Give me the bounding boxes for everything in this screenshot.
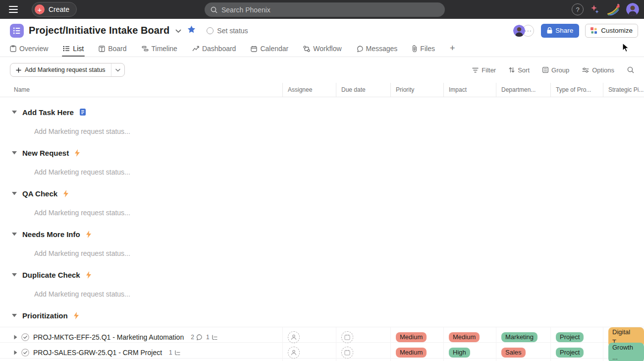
column-header-type[interactable]: Type of Pro... [550,83,603,97]
view-tabs: Overview List Board Timeline Dashboard C… [0,42,644,57]
hamburger-menu-icon[interactable] [0,0,20,19]
collaborator-avatar[interactable] [513,25,525,37]
task-name[interactable]: PROJ-SALES-GRW-25.Q1 - CRM Project [33,349,162,357]
disclosure-triangle-icon[interactable] [12,314,17,317]
disclosure-triangle-icon[interactable] [12,273,17,277]
section-duplicate-check: Duplicate Check Add Marketing request st… [0,267,644,302]
priority-badge[interactable]: Medium [396,332,427,342]
bolt-icon [73,312,79,319]
priority-badge[interactable]: Medium [396,348,427,358]
list-toolbar: Add Marketing request status Filter Sort… [0,57,644,83]
add-task-placeholder[interactable]: Add Marketing request status... [0,205,644,221]
search-input[interactable]: Search Phoenix [205,2,445,17]
section-header[interactable]: Needs More Info [0,226,644,242]
group-button[interactable]: Group [542,66,569,74]
check-circle-icon[interactable] [21,349,29,357]
column-header-impact[interactable]: Impact [443,83,496,97]
impact-badge[interactable]: High [449,348,470,358]
task-list: Add Task Here Add Marketing request stat… [0,97,644,359]
tab-files[interactable]: Files [412,42,435,55]
list-icon [63,46,70,52]
share-button[interactable]: Share [541,24,579,38]
type-badge[interactable]: Project [556,348,584,358]
disclosure-triangle-icon[interactable] [12,111,17,114]
due-date-cell[interactable] [336,343,390,361]
column-header-row: Name Assignee Due date Priority Impact D… [0,83,644,97]
disclosure-triangle-icon[interactable] [12,151,17,155]
section-qa-check: QA Check Add Marketing request status... [0,185,644,221]
type-cell[interactable]: Project [550,343,603,361]
add-status-dropdown[interactable] [111,63,124,76]
disclosure-triangle-icon[interactable] [12,233,17,236]
priority-cell[interactable]: Medium [390,343,443,361]
tab-calendar[interactable]: Calendar [251,42,288,55]
task-row[interactable]: PROJ-MKTG-EFF-25.Q1 - Marketing Automati… [0,327,644,343]
search-tasks-button[interactable] [627,66,634,73]
expand-caret-icon[interactable] [14,335,17,340]
subtask-icon [174,350,180,356]
options-button[interactable]: Options [582,66,614,74]
share-label: Share [555,27,573,34]
user-avatar[interactable] [626,3,639,16]
type-badge[interactable]: Project [556,332,584,342]
ai-sparkles-icon[interactable] [590,4,600,15]
section-header[interactable]: New Request [0,145,644,161]
add-status-button[interactable]: Add Marketing request status [10,63,111,76]
project-list-icon[interactable] [10,24,24,38]
task-row[interactable]: PROJ-SALES-GRW-25.Q1 - CRM Project 1 [0,343,644,359]
comment-icon [196,334,202,340]
department-cell[interactable]: Sales [496,343,550,361]
bolt-icon [86,231,92,238]
customize-button[interactable]: Customize [585,24,638,38]
star-icon[interactable] [187,25,196,36]
phoenix-mascot-icon[interactable] [606,3,620,15]
tab-dashboard[interactable]: Dashboard [192,42,236,55]
search-placeholder: Search Phoenix [221,6,270,14]
tab-timeline[interactable]: Timeline [142,42,177,55]
create-button[interactable]: + Create [32,2,77,17]
section-add-task-here: Add Task Here Add Marketing request stat… [0,104,644,139]
tab-workflow[interactable]: Workflow [303,42,341,55]
column-header-priority[interactable]: Priority [390,83,443,97]
column-header-department[interactable]: Departmen... [496,83,550,97]
strategic-cell[interactable]: Growth ... [603,343,644,361]
column-header-name[interactable]: Name [0,83,282,97]
filter-button[interactable]: Filter [472,66,496,74]
files-icon [412,45,417,52]
add-task-placeholder[interactable]: Add Marketing request status... [0,123,644,139]
disclosure-triangle-icon[interactable] [12,192,17,195]
tab-overview[interactable]: Overview [10,42,48,55]
add-status-split-button[interactable]: Add Marketing request status [10,63,125,77]
section-header[interactable]: Duplicate Check [0,267,644,283]
search-icon [211,6,217,13]
column-header-strategic[interactable]: Strategic Pi... [603,83,644,97]
add-task-placeholder[interactable]: Add Marketing request status... [0,286,644,302]
add-task-placeholder[interactable]: Add Marketing request status... [0,245,644,261]
task-name[interactable]: PROJ-MKTG-EFF-25.Q1 - Marketing Automati… [33,333,184,341]
add-tab-button[interactable]: + [450,42,455,54]
subtask-icon [212,335,217,340]
tab-board[interactable]: Board [99,42,126,55]
document-icon [79,108,86,116]
add-task-placeholder[interactable]: Add Marketing request status... [0,164,644,180]
department-badge[interactable]: Sales [501,348,526,358]
impact-badge[interactable]: Medium [449,332,480,342]
expand-caret-icon[interactable] [14,350,17,355]
section-header[interactable]: QA Check [0,185,644,201]
column-header-due-date[interactable]: Due date [336,83,390,97]
assignee-cell[interactable] [282,343,336,361]
strategic-badge[interactable]: Growth ... [608,343,644,361]
ellipsis-icon: ··· [525,27,532,34]
department-badge[interactable]: Marketing [501,332,537,342]
set-status-button[interactable]: Set status [207,27,248,35]
check-circle-icon[interactable] [21,333,29,341]
help-button[interactable]: ? [572,3,584,15]
section-header[interactable]: Prioritization [0,307,644,323]
tab-messages[interactable]: Messages [357,42,398,55]
tab-list[interactable]: List [63,42,84,55]
section-header[interactable]: Add Task Here [0,104,644,120]
impact-cell[interactable]: High [443,343,496,361]
column-header-assignee[interactable]: Assignee [282,83,336,97]
chevron-down-icon[interactable] [175,26,181,35]
sort-button[interactable]: Sort [509,66,530,74]
